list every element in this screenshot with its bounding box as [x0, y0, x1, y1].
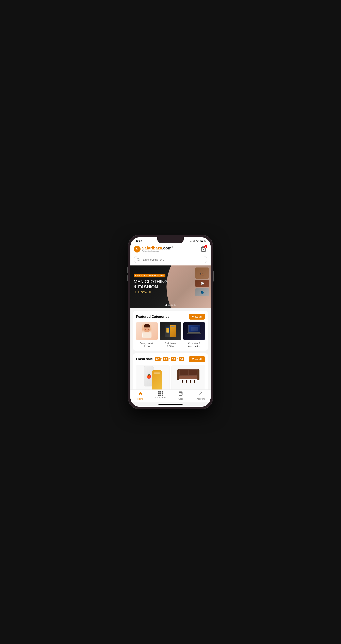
svg-point-5 [200, 392, 201, 393]
flash-sale-title: Flash sale [136, 357, 153, 361]
cart-icon [178, 391, 183, 397]
timer-hours: 06 [155, 357, 160, 361]
product-img-sofa [172, 365, 205, 390]
volume-down-button[interactable] [127, 276, 128, 281]
logo-brand: Safaribaza.com® [142, 246, 173, 250]
category-name-computer: Computer &Accessories [188, 342, 200, 348]
banner-dot-1[interactable] [165, 304, 167, 306]
product-img-iphone: 🍎 [136, 365, 169, 390]
banner-tag: SUPER MEN FASHION DEALS [134, 274, 165, 278]
logo-name: Safaribaza [142, 246, 162, 250]
nav-item-cart[interactable]: Cart [170, 391, 191, 400]
categories-icon [158, 391, 163, 396]
screen-content[interactable]: S Safaribaza.com® Online trade center [130, 244, 211, 390]
timer-seconds: 59 [171, 357, 176, 361]
category-img-beauty [136, 322, 158, 340]
category-name-phones: Cellphones& Tabs [165, 342, 176, 348]
apple-logo-icon: 🍎 [146, 374, 151, 379]
logo-sub: Online trade center [142, 250, 173, 252]
timer-minutes: 23 [163, 357, 168, 361]
banner-dot-2[interactable] [168, 304, 170, 306]
banner[interactable]: 👞 🥋 🧥 SUPER MEN FASHION DEALS MEN CLOTHI… [130, 266, 211, 308]
wifi-icon [196, 240, 199, 242]
bottom-navigation: Home Categories [130, 390, 211, 402]
logo-text: Safaribaza.com® Online trade center [142, 246, 173, 252]
app-header: S Safaribaza.com® Online trade center [130, 244, 211, 255]
phone-screen: 6:23 [130, 237, 211, 407]
search-input-wrap[interactable] [134, 256, 207, 263]
flash-sale-header: Flash sale 06 : 23 : 59 : 56 View [136, 356, 205, 362]
timer-ms: 56 [179, 357, 184, 361]
nav-item-categories[interactable]: Categories [150, 391, 170, 400]
cart-button[interactable]: 1 [200, 245, 207, 253]
featured-categories-section: Featured Categories View all [130, 308, 211, 390]
category-item-computer[interactable]: Computer &Accessories [183, 322, 205, 348]
categories-grid: Beauty, Health& Hair [136, 322, 205, 348]
category-name-beauty: Beauty, Health& Hair [140, 342, 154, 348]
banner-title: MEN CLOTHING & FASHION [134, 279, 168, 290]
flash-products-grid: 🍎 iPhone 8 Plus (64GB/128GB/... [136, 365, 205, 390]
flash-view-all-button[interactable]: View all [189, 356, 205, 362]
nav-label-categories: Categories [155, 396, 166, 399]
status-time: 6:23 [136, 239, 142, 243]
phones-img [164, 323, 177, 339]
featured-categories-title: Featured Categories [136, 315, 169, 319]
volume-up-button[interactable] [127, 267, 128, 273]
computer-img [187, 325, 201, 337]
home-indicator [130, 402, 211, 407]
featured-view-all-button[interactable]: View all [189, 314, 205, 320]
timer-colon-3: : [177, 358, 178, 361]
notch [157, 237, 184, 243]
banner-dot-4[interactable] [174, 304, 176, 306]
nav-label-home: Home [137, 398, 143, 400]
banner-dot-3[interactable] [171, 304, 173, 306]
banner-text: SUPER MEN FASHION DEALS MEN CLOTHING & F… [134, 274, 168, 294]
featured-categories-header: Featured Categories View all [136, 314, 205, 320]
home-bar [158, 404, 183, 405]
power-button[interactable] [213, 271, 214, 282]
nav-label-cart: Cart [178, 398, 183, 400]
status-icons [190, 240, 205, 242]
svg-point-2 [137, 258, 139, 260]
flash-sale-section: Flash sale 06 : 23 : 59 : 56 View [133, 354, 208, 390]
banner-dots [165, 304, 176, 306]
phone-frame: 6:23 [128, 235, 213, 409]
search-bar [130, 255, 211, 266]
cart-badge: 1 [204, 245, 207, 248]
banner-discount: Up to 50% off [134, 290, 168, 294]
category-img-computer [183, 322, 205, 340]
nav-item-home[interactable]: Home [130, 391, 150, 400]
featured-categories-card: Featured Categories View all [133, 311, 208, 350]
home-icon [138, 391, 143, 397]
product-card-iphone[interactable]: 🍎 iPhone 8 Plus (64GB/128GB/... [136, 365, 169, 390]
svg-line-3 [139, 260, 139, 261]
logo-area: S Safaribaza.com® Online trade center [134, 246, 173, 252]
flash-left: Flash sale 06 : 23 : 59 : 56 [136, 357, 184, 361]
nav-label-account: Account [197, 398, 205, 400]
signal-icon [190, 240, 195, 242]
category-item-phones[interactable]: Cellphones& Tabs [160, 322, 181, 348]
category-img-phones [160, 322, 181, 340]
category-item-beauty[interactable]: Beauty, Health& Hair [136, 322, 158, 348]
logo-icon: S [134, 246, 141, 252]
timer-colon-1: : [161, 358, 162, 361]
battery-icon [200, 240, 205, 242]
svg-point-0 [197, 241, 198, 242]
timer-colon-2: : [169, 358, 170, 361]
nav-item-account[interactable]: Account [191, 391, 211, 400]
product-card-sofa[interactable]: Royal recliner sofa [172, 365, 205, 390]
search-input[interactable] [142, 258, 204, 261]
flash-sale-timer: 06 : 23 : 59 : 56 [155, 357, 184, 361]
account-icon [198, 391, 203, 397]
search-icon [137, 258, 140, 261]
